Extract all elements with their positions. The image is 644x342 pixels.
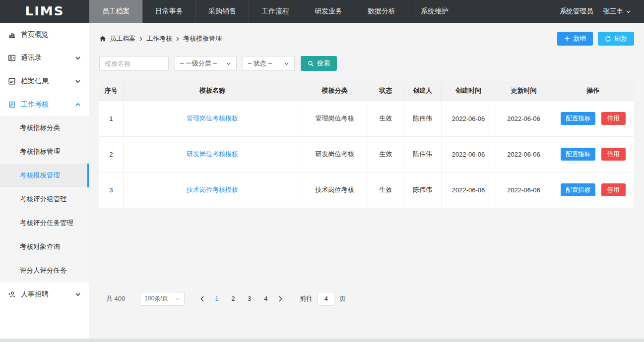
- breadcrumb-item-current: 考核模板管理: [183, 34, 222, 43]
- nav-tab-rnd-business[interactable]: 研发业务: [302, 0, 355, 23]
- cell-updated-time: 2022-06-06: [496, 101, 552, 136]
- cell-category: 技术岗位考核: [302, 172, 368, 208]
- sidebar-item-label: 档案信息: [21, 77, 75, 86]
- nav-tab-purchase-sales[interactable]: 采购销售: [195, 0, 249, 23]
- plus-icon: [564, 36, 570, 42]
- nav-tab-employee-archive[interactable]: 员工档案: [89, 0, 142, 23]
- col-header-template-name: 模板名称: [123, 81, 302, 101]
- bar-chart-icon: [8, 30, 16, 39]
- breadcrumb: 员工档案 工作考核 考核模板管理: [99, 34, 222, 43]
- user-role-label: 系统管理员: [560, 7, 593, 16]
- disable-button[interactable]: 停用: [601, 148, 626, 161]
- sidebar: 首页概览 通讯录 档案信息: [0, 23, 89, 339]
- refresh-button[interactable]: 刷新: [598, 32, 634, 46]
- disable-button[interactable]: 停用: [601, 183, 626, 196]
- home-icon[interactable]: [99, 35, 106, 42]
- breadcrumb-item[interactable]: 工作考核: [146, 34, 172, 43]
- search-button[interactable]: 搜索: [301, 56, 337, 71]
- cell-status: 生效: [368, 101, 404, 136]
- cell-status: 生效: [368, 172, 404, 208]
- col-header-status: 状态: [368, 81, 404, 101]
- pagination: 共 400 100条/页 1 2 3 4 前往: [99, 292, 634, 306]
- cell-updated-time: 2022-06-06: [496, 136, 552, 172]
- total-count-label: 共 400: [106, 294, 125, 303]
- sidebar-item-archive-info[interactable]: 档案信息: [0, 69, 89, 93]
- sidebar-item-label: 工作考核: [21, 100, 75, 109]
- chevron-left-icon: [200, 296, 204, 302]
- chevron-right-icon: [139, 37, 143, 41]
- chevron-up-icon: [75, 102, 81, 108]
- nav-tab-data-analysis[interactable]: 数据分析: [355, 0, 408, 23]
- sidebar-item-work-assessment[interactable]: 工作考核: [0, 93, 89, 116]
- sidebar-item-contacts[interactable]: 通讯录: [0, 46, 89, 69]
- filter-bar: – 一级分类 – – 状态 – 搜索: [99, 56, 634, 71]
- user-name-label: 张三丰: [603, 7, 624, 16]
- window-bottom-edge: [0, 339, 644, 342]
- col-header-category: 模板分类: [302, 81, 368, 101]
- cell-updated-time: 2022-06-06: [496, 172, 552, 208]
- configure-indicators-button[interactable]: 配置指标: [561, 148, 595, 161]
- sidebar-item-label: 人事招聘: [21, 290, 75, 299]
- table-row: 2 研发岗位考核模板 研发岗位考核 生效 陈伟伟 2022-06-06 2022…: [99, 136, 634, 172]
- goto-page-input[interactable]: [318, 292, 334, 306]
- template-name-link[interactable]: 研发岗位考核模板: [187, 150, 238, 158]
- sidebar-subitem-template-management[interactable]: 考核模板管理: [0, 164, 89, 187]
- cell-created-time: 2022-06-06: [441, 136, 496, 172]
- page-number-2[interactable]: 2: [225, 295, 241, 302]
- nav-tab-bar: 员工档案 日常事务 采购销售 工作流程 研发业务 数据分析 系统维护: [89, 0, 461, 23]
- user-menu[interactable]: 张三丰: [603, 7, 632, 16]
- sidebar-item-recruitment[interactable]: 人事招聘: [0, 283, 89, 306]
- template-table: 序号 模板名称 模板分类 状态 创建人 创建时间 更新时间 操作 1 管理岗位考…: [99, 81, 634, 208]
- cell-created-time: 2022-06-06: [441, 101, 496, 136]
- col-header-created-time: 创建时间: [441, 81, 496, 101]
- category-select[interactable]: – 一级分类 –: [175, 56, 237, 71]
- col-header-updated-time: 更新时间: [496, 81, 552, 101]
- nav-tab-daily-affairs[interactable]: 日常事务: [142, 0, 195, 23]
- disable-button[interactable]: 停用: [601, 112, 626, 125]
- page-size-select[interactable]: 100条/页: [140, 292, 185, 306]
- template-name-link[interactable]: 管理岗位考核模板: [187, 114, 238, 122]
- chevron-down-icon: [75, 78, 81, 84]
- sidebar-item-label: 首页概览: [21, 30, 81, 39]
- status-select[interactable]: – 状态 –: [243, 56, 295, 71]
- page-number-1[interactable]: 1: [208, 295, 225, 302]
- archive-icon: [8, 77, 16, 85]
- chevron-down-icon: [175, 296, 180, 301]
- app-logo: LIMS: [0, 1, 89, 22]
- app-window: LIMS 员工档案 日常事务 采购销售 工作流程 研发业务 数据分析 系统维护 …: [0, 0, 644, 339]
- sidebar-subitem-scoring-task-management[interactable]: 考核评分任务管理: [0, 211, 89, 235]
- nav-tab-workflow[interactable]: 工作流程: [249, 0, 302, 23]
- contacts-icon: [8, 54, 16, 62]
- sidebar-subitem-scoring-group[interactable]: 考核评分组管理: [0, 187, 89, 211]
- breadcrumb-item[interactable]: 员工档案: [110, 34, 135, 43]
- cell-category: 管理岗位考核: [302, 101, 368, 136]
- prev-page-button[interactable]: [195, 296, 208, 302]
- chevron-right-icon: [176, 37, 180, 41]
- col-header-actions: 操作: [552, 81, 634, 101]
- chevron-down-icon: [75, 55, 81, 61]
- next-page-button[interactable]: [274, 296, 287, 302]
- table-row: 1 管理岗位考核模板 管理岗位考核 生效 陈伟伟 2022-06-06 2022…: [99, 101, 634, 136]
- page-number-4[interactable]: 4: [258, 295, 274, 302]
- configure-indicators-button[interactable]: 配置指标: [561, 112, 595, 125]
- page-number-3[interactable]: 3: [241, 295, 258, 302]
- nav-tab-system-maintenance[interactable]: 系统维护: [408, 0, 461, 23]
- add-button[interactable]: 新增: [557, 32, 593, 46]
- table-header-row: 序号 模板名称 模板分类 状态 创建人 创建时间 更新时间 操作: [99, 81, 634, 101]
- sidebar-item-label: 通讯录: [21, 54, 75, 62]
- sidebar-subitem-rater-scoring-task[interactable]: 评分人评分任务: [0, 259, 89, 283]
- top-navbar: LIMS 员工档案 日常事务 采购销售 工作流程 研发业务 数据分析 系统维护 …: [0, 0, 644, 23]
- template-name-input[interactable]: [99, 56, 169, 71]
- user-area: 系统管理员 张三丰: [560, 0, 644, 23]
- cell-creator: 陈伟伟: [404, 136, 441, 172]
- search-icon: [308, 60, 314, 67]
- refresh-icon: [605, 36, 611, 42]
- cell-index: 3: [99, 172, 123, 208]
- sidebar-item-home-overview[interactable]: 首页概览: [0, 23, 89, 46]
- cell-index: 1: [99, 101, 123, 136]
- sidebar-subitem-indicator-management[interactable]: 考核指标管理: [0, 140, 89, 164]
- sidebar-subitem-assessment-object-query[interactable]: 考核对象查询: [0, 235, 89, 259]
- sidebar-subitem-indicator-category[interactable]: 考核指标分类: [0, 116, 89, 140]
- configure-indicators-button[interactable]: 配置指标: [561, 183, 595, 196]
- template-name-link[interactable]: 技术岗位考核模板: [187, 186, 238, 193]
